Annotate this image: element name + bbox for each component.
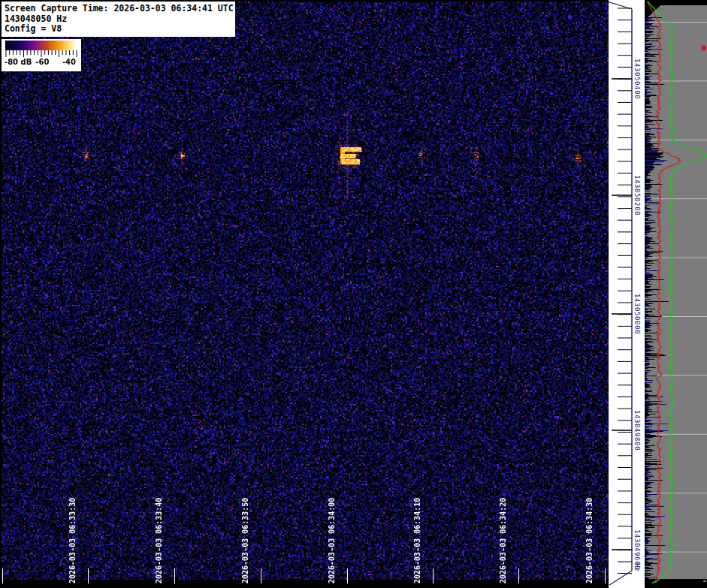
colorbar-gradient <box>5 41 77 50</box>
colorbar-labels: -80 dB -60 -40 <box>5 58 78 66</box>
capture-info-box: Screen Capture Time: 2026-03-03 06:34:41… <box>2 2 235 37</box>
capture-time-text: Screen Capture Time: 2026-03-03 06:34:41… <box>5 4 235 14</box>
time-axis-label: 2026-03-03 06:34:10 <box>413 498 422 583</box>
frequency-axis-label: 143050000 <box>633 294 641 334</box>
time-axis-tick <box>605 568 606 583</box>
time-axis-tick <box>518 568 519 583</box>
meteor-spectrogram-app: Screen Capture Time: 2026-03-03 06:34:41… <box>0 0 707 588</box>
time-axis-tick <box>433 568 434 583</box>
frequency-axis-label: 143050400 <box>633 59 641 99</box>
time-axis-tick <box>88 568 89 583</box>
time-axis-tick <box>347 568 348 583</box>
time-axis-label: 2026-03-03 06:33:50 <box>241 498 250 583</box>
time-axis-label: 2026-03-03 06:33:40 <box>155 498 164 583</box>
colorbar-label-min: -80 dB <box>5 58 32 66</box>
colorbar-label-max: -40 <box>62 58 76 66</box>
spectrum-panel-canvas <box>645 0 707 588</box>
time-axis-tick <box>261 568 261 583</box>
frequency-axis-label: 143049600 <box>633 529 641 570</box>
colorbar: -80 dB -60 -40 <box>2 39 81 71</box>
config-text: Config = V8 <box>5 24 235 35</box>
time-axis-label: 2026-03-03 06:34:00 <box>328 498 337 583</box>
time-axis-edge-tick <box>2 568 3 583</box>
colorbar-label-mid: -60 <box>35 58 49 66</box>
time-axis-label: 2026-03-03 06:33:30 <box>68 498 77 583</box>
time-axis-tick <box>174 568 175 583</box>
time-axis-label: 2026-03-03 06:34:20 <box>499 498 508 583</box>
spectrogram-canvas <box>2 2 609 586</box>
frequency-axis-label: 143050200 <box>633 175 641 216</box>
colorbar-ruler <box>5 50 78 58</box>
time-axis-label: 2026-03-03 06:34:30 <box>585 498 594 583</box>
frequency-axis-panel: Hz 1430504001430502001430500001430498001… <box>609 0 645 588</box>
center-frequency-text: 143048050 Hz <box>5 14 235 25</box>
frequency-axis-label: 143049800 <box>633 410 641 451</box>
